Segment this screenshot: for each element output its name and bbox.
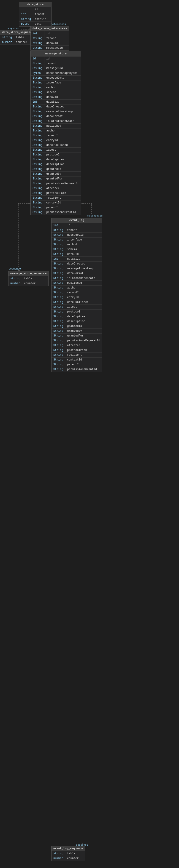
sequence-label-1: sequence [7,27,20,30]
table-row: String permissionsRequestId [52,338,102,343]
table-row: int Id [52,223,102,228]
data-store-title: data_store [19,2,51,7]
table-row: Bytes encodedMessageBytes [31,71,81,76]
table-row: String description [52,319,102,324]
table-row: String latest [31,148,81,153]
connectors-svg [0,0,179,868]
sequence-label-2: sequence [8,268,21,270]
table-row: String protocol [31,153,81,157]
table-row: String attester [52,343,102,348]
table-row: String schema [31,90,81,95]
table-row: String isLatestBaseState [31,119,81,124]
table-row: int id [19,7,51,12]
event-log-table: event_log int Id string tenant string me… [51,218,102,372]
table-row: String recipient [52,353,102,358]
data-store-references-table: data_store_references int id string tena… [30,26,69,51]
table-row: string dataCid [31,41,69,46]
table-row: string table [52,851,85,856]
table-row: string dataCid [19,17,51,22]
table-row: String description [31,162,81,167]
table-row: String entryId [52,295,102,300]
table-row: number counter [0,40,35,44]
table-row: String published [52,281,102,285]
table-row: String author [52,285,102,290]
table-row: String contextId [31,200,81,205]
table-row: String encodedData [31,76,81,81]
table-row: string table [0,35,35,40]
table-row: String protocolPath [31,191,81,196]
table-row: String datePublished [31,143,81,148]
table-row: string table [8,276,48,281]
data-store-references-title: data_store_references [31,26,69,31]
table-row: String tenant [31,61,81,66]
event-log-title: event_log [52,218,102,223]
table-row: String protocolPath [52,348,102,353]
table-row: String permissionsGrantId [31,210,81,215]
message-store-table: message_store id id String tenant String… [30,51,81,215]
table-row: String dataFormat [31,114,81,119]
table-row: String dataCid [31,95,81,100]
table-row: string messageCid [31,46,69,50]
table-row: String grantedFor [31,177,81,181]
message-store-sequence-title: message_store_sequence [8,271,48,276]
table-row: String grantedFor [52,334,102,338]
table-row: String messageTimestamp [31,109,81,114]
diagram: sequence references messageCid sequence … [0,0,179,868]
messagecid-label-2: messageCid [87,214,103,217]
data-store-sequence-table: data_store_sequence string table number … [0,30,35,45]
table-row: String recordId [52,290,102,295]
table-row: String dateCreated [31,104,81,109]
data-store-table: data_store int id int tenant string data… [19,2,52,27]
table-row: String attester [31,186,81,191]
table-row: String grantedTo [31,167,81,172]
table-row: id id [31,57,81,61]
table-row: String messageCid [31,66,81,71]
message-store-title: message_store [31,51,81,57]
table-row: bytes data [19,22,51,26]
table-row: number counter [8,281,48,286]
table-row: String latest [52,305,102,310]
table-row: String grantedBy [31,172,81,177]
table-row: String interface [52,238,102,242]
event-log-sequence-table: event_log_sequence string table number c… [51,846,85,861]
message-store-sequence-table: message_store_sequence string table numb… [8,271,49,286]
table-row: String messageTimestamp [52,266,102,271]
table-row: String recordId [31,133,81,138]
table-row: String parentId [52,362,102,367]
references-label: references [50,23,66,26]
table-row: String dateCreated [52,261,102,266]
table-row: String parentId [31,205,81,210]
table-row: String isLatestBaseState [52,276,102,281]
table-row: String protocol [52,310,102,314]
table-row: String entryId [31,138,81,143]
table-row: String method [31,85,81,90]
table-row: number counter [52,856,85,861]
table-row: String dateExpires [52,314,102,319]
table-row: int id [31,31,69,36]
table-row: string tenant [52,228,102,233]
table-row: string tenant [31,36,69,41]
data-store-sequence-title: data_store_sequence [0,30,35,35]
table-row: String dataCid [52,252,102,257]
table-row: String dataFormat [52,271,102,276]
table-row: String author [31,128,81,133]
table-row: int tenant [19,12,51,17]
table-row: String schema [52,247,102,252]
table-row: String recipient [31,196,81,200]
table-row: string messageCid [52,233,102,238]
table-row: String grantedTo [52,324,102,329]
table-row: String dateExpires [31,157,81,162]
table-row: String method [52,242,102,247]
table-row: String grantedBy [52,329,102,334]
table-row: String permissionsRequestId [31,181,81,186]
table-row: String published [31,124,81,128]
table-row: Int dataSize [31,100,81,104]
event-log-sequence-title: event_log_sequence [52,846,85,851]
table-row: Int dataSize [52,257,102,261]
table-row: String permissionsGrantId [52,367,102,372]
table-row: String interface [31,81,81,85]
table-row: String datePublished [52,300,102,305]
table-row: String contextId [52,358,102,362]
